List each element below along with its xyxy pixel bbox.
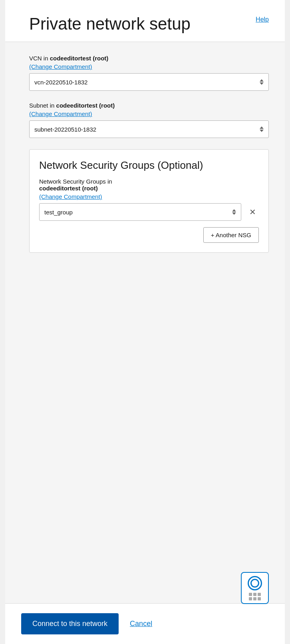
nsg-change-compartment-link[interactable]: (Change Compartment) [39,193,259,200]
panel-footer: Connect to this network Cancel [5,603,285,644]
help-dot-2 [253,593,256,596]
subnet-arrow-up-icon[interactable] [260,126,264,129]
subnet-field-group: Subnet in codeeditortest (root) (Change … [29,102,269,138]
panel: Private network setup Help VCN in codeed… [5,0,285,644]
vcn-compartment: codeeditortest (root) [50,55,109,62]
page-title: Private network setup [29,14,269,34]
nsg-arrow-up-icon[interactable] [232,209,236,212]
vcn-select-value: vcn-20220510-1832 [34,79,260,86]
help-dot-4 [249,597,252,600]
vcn-label: VCN in codeeditortest (root) [29,55,269,62]
nsg-box: Network Security Groups (Optional) Netwo… [29,149,269,253]
vcn-select[interactable]: vcn-20220510-1832 [29,73,269,91]
cancel-button[interactable]: Cancel [130,620,152,628]
help-circle-icon [248,576,262,590]
nsg-title: Network Security Groups (Optional) [39,159,259,172]
add-nsg-button[interactable]: + Another NSG [203,227,259,243]
nsg-compartment: codeeditortest (root) [39,185,98,192]
help-widget[interactable] [241,572,269,604]
nsg-arrow-down-icon[interactable] [232,212,236,215]
nsg-label: Network Security Groups in codeeditortes… [39,178,259,192]
panel-content: VCN in codeeditortest (root) (Change Com… [5,42,285,603]
subnet-compartment: codeeditortest (root) [56,102,115,109]
vcn-select-arrows[interactable] [260,79,264,85]
subnet-select[interactable]: subnet-20220510-1832 [29,120,269,138]
vcn-field-group: VCN in codeeditortest (root) (Change Com… [29,55,269,91]
help-dot-3 [258,593,261,596]
vcn-change-compartment-link[interactable]: (Change Compartment) [29,63,269,70]
subnet-arrow-down-icon[interactable] [260,130,264,132]
subnet-change-compartment-link[interactable]: (Change Compartment) [29,110,269,117]
subnet-select-arrows[interactable] [260,126,264,132]
help-inner-circle-icon [250,579,259,588]
nsg-select-arrows[interactable] [232,209,236,215]
nsg-select[interactable]: test_group [39,203,241,221]
vcn-arrow-down-icon[interactable] [260,82,264,85]
vcn-arrow-up-icon[interactable] [260,79,264,82]
subnet-select-value: subnet-20220510-1832 [34,126,260,133]
connect-button[interactable]: Connect to this network [21,613,119,634]
help-dot-1 [249,593,252,596]
help-dot-6 [258,597,261,600]
help-link[interactable]: Help [256,16,269,23]
nsg-select-value: test_group [44,209,232,216]
help-dots-icon [249,593,261,600]
help-dot-5 [253,597,256,600]
subnet-label: Subnet in codeeditortest (root) [29,102,269,109]
nsg-select-row: test_group ✕ [39,203,259,221]
nsg-remove-button[interactable]: ✕ [246,206,259,218]
panel-header: Private network setup Help [5,0,285,42]
add-nsg-container: + Another NSG [39,227,259,243]
